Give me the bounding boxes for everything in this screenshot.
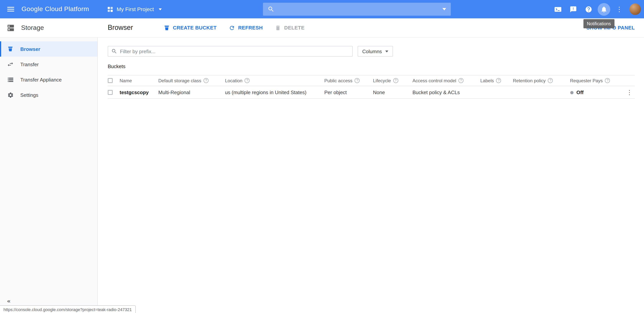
bucket-row: testgcscopy Multi-Regional us (multiple … [108, 86, 635, 99]
project-icon [107, 6, 113, 12]
filter-row: Columns [108, 46, 635, 57]
brand-logo: Google Cloud Platform [22, 5, 89, 13]
search-dropdown-icon[interactable] [442, 8, 446, 10]
column-header-storage-class: Default storage class [158, 78, 201, 83]
global-search[interactable] [263, 3, 451, 16]
sidebar-item-label: Transfer [20, 61, 39, 67]
search-icon [111, 48, 117, 54]
help-icon[interactable]: ? [548, 78, 553, 83]
filter-input[interactable] [120, 48, 349, 54]
column-header-labels: Labels [480, 78, 494, 83]
help-icon[interactable] [582, 2, 596, 16]
notifications-bell-icon[interactable] [597, 2, 611, 16]
help-icon[interactable]: ? [605, 78, 610, 83]
bucket-name-link[interactable]: testgcscopy [120, 89, 149, 95]
sidebar-item-transfer-appliance[interactable]: Transfer Appliance [0, 72, 97, 87]
topbar-actions: ⋮ [551, 0, 641, 18]
cell-access-control-model: Bucket policy & ACLs [412, 89, 480, 95]
header-strip: Storage Browser CREATE BUCKET REFRESH [0, 18, 644, 37]
bucket-icon [164, 25, 170, 31]
product-header: Storage [0, 18, 98, 37]
refresh-button[interactable]: REFRESH [229, 25, 262, 31]
search-input[interactable] [278, 6, 439, 12]
hamburger-menu-icon[interactable] [0, 0, 22, 18]
sidebar-item-settings[interactable]: Settings [0, 87, 97, 103]
column-header-retention-policy: Retention policy [513, 78, 546, 83]
sidebar: Browser Transfer Transfer Appliance [0, 37, 98, 313]
notifications-tooltip: Notifications [584, 19, 614, 28]
appliance-icon [6, 76, 14, 83]
trash-icon [275, 25, 281, 31]
project-name: My First Project [116, 6, 154, 12]
buckets-table: Name Default storage class? Location? Pu… [108, 75, 635, 99]
column-header-lifecycle: Lifecycle [373, 78, 391, 83]
select-all-checkbox[interactable] [108, 78, 113, 83]
swap-arrows-icon [6, 61, 14, 68]
storage-product-icon [6, 23, 15, 32]
row-actions-kebab-icon[interactable]: ⋮ [624, 89, 635, 96]
help-icon[interactable]: ? [458, 78, 464, 83]
columns-dropdown[interactable]: Columns [358, 46, 393, 57]
refresh-icon [229, 25, 235, 31]
sidebar-item-browser[interactable]: Browser [0, 41, 97, 57]
column-header-access-control: Access control model [412, 78, 456, 83]
column-header-location: Location [225, 78, 242, 83]
gear-icon [6, 92, 14, 98]
cell-location: us (multiple regions in United States) [225, 89, 324, 95]
more-options-kebab-icon[interactable]: ⋮ [612, 2, 626, 16]
cloud-shell-icon[interactable] [551, 2, 565, 16]
help-icon[interactable]: ? [355, 78, 360, 83]
chevron-down-icon [386, 50, 388, 52]
filter-input-box[interactable] [108, 46, 353, 57]
collapse-sidebar-icon[interactable]: « [7, 298, 10, 305]
bucket-icon [6, 46, 14, 52]
help-icon[interactable]: ? [245, 78, 250, 83]
product-title: Storage [21, 24, 44, 31]
status-bar-url: https://console.cloud.google.com/storage… [0, 305, 136, 313]
search-icon [268, 6, 274, 13]
feedback-icon[interactable] [566, 2, 580, 16]
requester-pays-value: Off [576, 89, 584, 95]
page-toolbar: Browser CREATE BUCKET REFRESH DELETE [98, 18, 644, 37]
cell-requester-pays: ● Off [570, 89, 619, 95]
chevron-down-icon [159, 8, 162, 10]
column-header-requester-pays: Requester Pays [570, 78, 603, 83]
project-selector[interactable]: My First Project [107, 6, 162, 12]
top-app-bar: Google Cloud Platform My First Project [0, 0, 644, 18]
cell-default-storage-class: Multi-Regional [158, 89, 225, 95]
user-avatar[interactable] [630, 3, 641, 15]
help-icon[interactable]: ? [496, 78, 501, 83]
column-header-name: Name [120, 78, 132, 83]
cell-lifecycle: None [373, 89, 412, 95]
sidebar-nav: Browser Transfer Transfer Appliance [0, 37, 97, 103]
row-checkbox[interactable] [108, 90, 113, 95]
sidebar-item-label: Browser [20, 46, 40, 52]
help-icon[interactable]: ? [393, 78, 398, 83]
sidebar-item-label: Transfer Appliance [20, 77, 62, 82]
sidebar-item-transfer[interactable]: Transfer [0, 57, 97, 72]
buckets-section-label: Buckets [108, 63, 644, 69]
cell-public-access: Per object [324, 89, 373, 95]
gcp-console: Google Cloud Platform My First Project [0, 0, 644, 313]
delete-button[interactable]: DELETE [275, 25, 304, 31]
help-icon[interactable]: ? [204, 78, 208, 83]
table-header-row: Name Default storage class? Location? Pu… [108, 75, 635, 86]
sidebar-item-label: Settings [20, 92, 38, 98]
status-dot-icon: ● [570, 90, 574, 95]
page-title: Browser [108, 24, 133, 32]
main-content: Columns Buckets Name Default storage cla… [98, 37, 644, 313]
create-bucket-button[interactable]: CREATE BUCKET [164, 25, 216, 31]
column-header-public-access: Public access [324, 78, 352, 83]
